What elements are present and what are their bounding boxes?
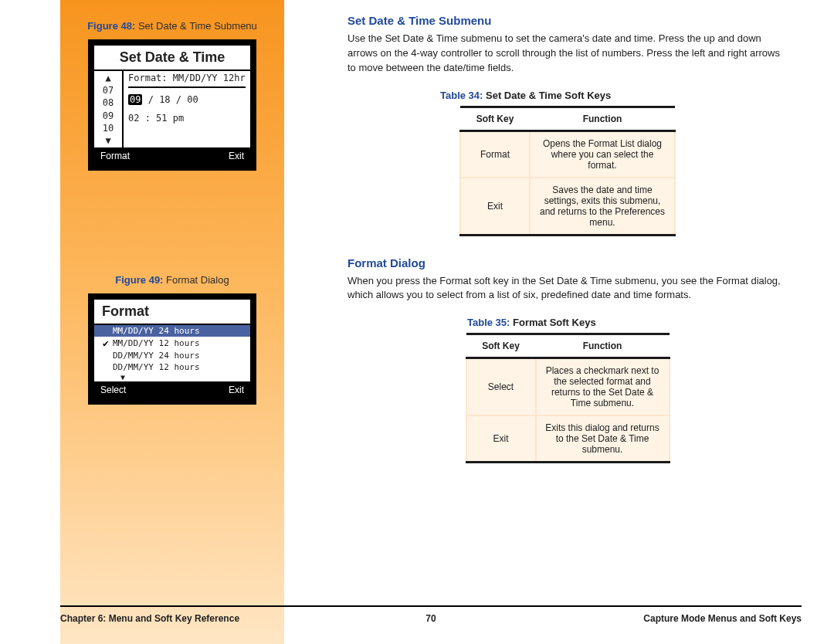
footer-page-number: 70 [60,613,802,624]
lcd2-opt1: MM/DD/YY 24 hours [113,326,200,336]
lcd-format-dialog: Format MM/DD/YY 24 hours ✔MM/DD/YY 12 ho… [88,293,256,405]
page: Figure 48: Set Date & Time Submenu Set D… [0,0,834,644]
section-format-para: When you press the Format soft key in th… [348,274,788,303]
table-35-r1v: Places a checkmark next to the selected … [536,358,670,416]
table-34-r2v: Saves the date and time settings, exits … [530,178,675,236]
section-format-heading: Format Dialog [348,256,788,269]
lcd1-format-line: Format: MM/DD/YY 12hr [128,71,246,88]
lcd1-foot-right: Exit [229,151,244,161]
lcd1-main: Format: MM/DD/YY 12hr 09 / 18 / 00 02 : … [124,71,250,147]
table-34: Soft Key Function Format Opens the Forma… [459,106,676,236]
table-34-r1v: Opens the Format List dialog where you c… [530,130,675,178]
lcd1-scroll-numbers: ▲ 07 08 09 10 ▼ [94,71,124,147]
lcd2-footer: Select Exit [94,381,250,398]
lcd1-date-rest: / 18 / 00 [142,94,198,105]
table-34-caption: Table 34: Set Date & Time Soft Keys [440,90,788,101]
lcd1-foot-left: Format [100,151,130,161]
figure-49-title: Format Dialog [163,274,229,286]
lcd1-title: Set Date & Time [94,46,250,69]
table-35-label: Table 35: [467,317,510,328]
table-35-r2v: Exits this dialog and returns to the Set… [536,415,670,463]
table-35-h1: Soft Key [466,334,536,358]
table-35: Soft Key Function Select Places a checkm… [466,333,670,463]
lcd2-scroll-arrow: ▼ [94,373,250,381]
table-34-h2: Function [530,107,675,130]
check-icon: ✔ [99,337,113,349]
table-35-title: Format Soft Keys [510,317,595,328]
figure-48-caption: Figure 48: Set Date & Time Submenu [74,20,270,32]
figure-49-label: Figure 49: [115,274,163,286]
lcd2-opt2: MM/DD/YY 12 hours [113,338,200,348]
table-35-h2: Function [536,334,670,358]
lcd2-foot-right: Exit [229,385,244,395]
lcd2-foot-left: Select [100,385,126,395]
table-35-caption: Table 35: Format Soft Keys [467,317,788,328]
main-content: Set Date & Time Submenu Use the Set Date… [348,14,788,483]
sidebar: Figure 48: Set Date & Time Submenu Set D… [60,0,284,644]
lcd1-date-highlight: 09 [128,94,142,105]
lcd2-opt3: DD/MM/YY 24 hours [113,351,200,361]
figure-48-label: Figure 48: [87,20,135,32]
figure-48-title: Set Date & Time Submenu [135,20,257,32]
table-35-r2k: Exit [466,415,536,463]
page-footer: Chapter 6: Menu and Soft Key Reference 7… [60,610,802,627]
figure-49-caption: Figure 49: Format Dialog [74,274,270,286]
table-34-label: Table 34: [440,90,483,101]
table-34-r2k: Exit [460,178,530,236]
table-35-r1k: Select [466,358,536,416]
table-34-r1k: Format [460,130,530,178]
lcd2-opt4: DD/MM/YY 12 hours [113,362,200,372]
lcd-set-date-time: Set Date & Time ▲ 07 08 09 10 ▼ Format: … [88,39,256,171]
table-34-h1: Soft Key [460,107,530,130]
section-set-date-heading: Set Date & Time Submenu [348,14,788,27]
lcd1-time-line: 02 : 51 pm [128,107,246,126]
table-34-title: Set Date & Time Soft Keys [483,90,611,101]
lcd1-footer: Format Exit [94,147,250,164]
section-set-date-para: Use the Set Date & Time submenu to set t… [348,32,788,76]
lcd2-title: Format [94,300,250,324]
